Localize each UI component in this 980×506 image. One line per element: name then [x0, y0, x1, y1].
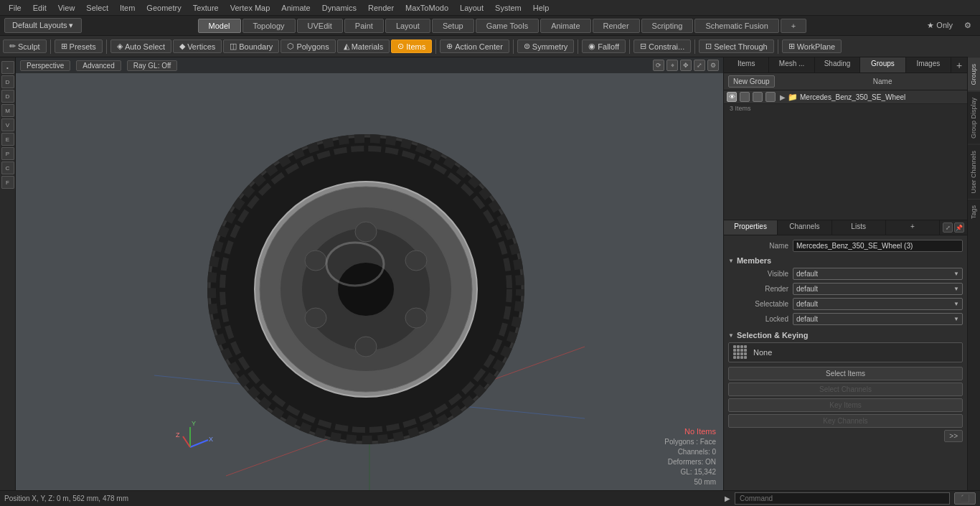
mode-tab-paint[interactable]: Paint: [344, 19, 384, 33]
perspective-btn[interactable]: Perspective: [20, 60, 70, 71]
layout-dropdown[interactable]: Default Layouts ▾: [4, 18, 82, 33]
mode-tab-setup[interactable]: Setup: [432, 19, 474, 33]
menu-dynamics[interactable]: Dynamics: [316, 2, 362, 14]
render-dropdown[interactable]: default ▼: [793, 283, 963, 295]
menu-help[interactable]: Help: [527, 2, 555, 14]
visible-arrow: ▼: [953, 271, 959, 277]
key-channels-button[interactable]: Key Channels: [728, 414, 963, 428]
menu-select[interactable]: Select: [80, 2, 114, 14]
group-expand-icon[interactable]: ▶: [780, 93, 786, 101]
ptab-add[interactable]: +: [886, 220, 940, 235]
presets-button[interactable]: ⊞ Presets: [55, 39, 103, 53]
settings-icon[interactable]: ⚙: [960, 19, 976, 32]
vis-toggle-lock[interactable]: [765, 92, 776, 102]
select-items-button[interactable]: Select Items: [728, 367, 963, 380]
ls-btn-7[interactable]: C: [1, 161, 14, 174]
rptab-add[interactable]: +: [951, 57, 967, 72]
ptab-lists[interactable]: Lists: [832, 220, 886, 235]
select-channels-button[interactable]: Select Channels: [728, 383, 963, 396]
actioncenter-button[interactable]: ⊕ Action Center: [440, 39, 509, 53]
rptab-shading[interactable]: Shading: [815, 57, 860, 72]
ls-btn-3[interactable]: M: [1, 104, 14, 117]
vis-toggle-ref[interactable]: [753, 92, 763, 102]
polygons-button[interactable]: ⬡ Polygons: [281, 39, 335, 53]
ptab-channels[interactable]: Channels: [778, 220, 831, 235]
mode-tab-uvedit[interactable]: UVEdit: [297, 19, 343, 33]
new-group-button[interactable]: New Group: [728, 75, 775, 88]
sculpt-button[interactable]: ✏ Sculpt: [3, 39, 47, 53]
vp-icon-fit[interactable]: ⤢: [694, 60, 705, 71]
menu-animate[interactable]: Animate: [275, 2, 316, 14]
locked-dropdown[interactable]: default ▼: [793, 313, 963, 325]
menu-view[interactable]: View: [52, 2, 81, 14]
sk-expand-button[interactable]: >>: [944, 430, 963, 442]
raygl-btn[interactable]: Ray GL: Off: [127, 60, 178, 71]
ls-btn-1[interactable]: D: [1, 75, 14, 88]
no-items-text: No Items: [664, 426, 716, 437]
vp-icon-zoom[interactable]: ⌖: [666, 60, 678, 71]
menu-file[interactable]: File: [3, 2, 27, 14]
vis-toggle-eye[interactable]: 👁: [727, 92, 737, 102]
advanced-btn[interactable]: Advanced: [76, 60, 121, 71]
rs-tab-groupdisplay[interactable]: Group Display: [968, 91, 980, 144]
command-run-button[interactable]: ⬛: [954, 492, 976, 505]
rptab-groups[interactable]: Groups: [860, 57, 905, 72]
menu-layout[interactable]: Layout: [454, 2, 489, 14]
selectable-dropdown[interactable]: default ▼: [793, 298, 963, 310]
falloff-button[interactable]: ◉ Falloff: [582, 39, 626, 53]
mode-tab-scripting[interactable]: Scripting: [641, 19, 694, 33]
rptab-images[interactable]: Images: [906, 57, 951, 72]
rs-tab-userchannels[interactable]: User Channels: [968, 144, 980, 200]
vp-icon-rotate[interactable]: ⟳: [653, 60, 664, 71]
rs-tab-tags[interactable]: Tags: [968, 199, 980, 225]
props-tab-icons: ⤢ 📌: [940, 220, 967, 235]
vertices-button[interactable]: ◆ Vertices: [173, 39, 222, 53]
toolbar-separator-4: [513, 39, 514, 54]
menu-geometry[interactable]: Geometry: [141, 2, 187, 14]
vp-icon-pan[interactable]: ✥: [680, 60, 692, 71]
command-input[interactable]: [735, 492, 950, 505]
materials-button[interactable]: ◭ Materials: [337, 39, 390, 53]
mode-tab-render[interactable]: Render: [593, 19, 640, 33]
ptab-properties[interactable]: Properties: [724, 220, 778, 235]
mode-tab-gametools[interactable]: Game Tools: [476, 19, 540, 33]
menu-maxtomodo[interactable]: MaxToModo: [400, 2, 454, 14]
ls-btn-2[interactable]: D: [1, 90, 14, 103]
boundary-button[interactable]: ◫ Boundary: [223, 39, 279, 53]
menu-item[interactable]: Item: [114, 2, 141, 14]
ls-btn-6[interactable]: P: [1, 147, 14, 160]
ls-btn-5[interactable]: E: [1, 133, 14, 146]
visible-dropdown[interactable]: default ▼: [793, 268, 963, 280]
ls-btn-4[interactable]: V: [1, 118, 14, 131]
vis-toggle-render[interactable]: [740, 92, 750, 102]
menu-system[interactable]: System: [489, 2, 527, 14]
items-button[interactable]: ⊙ Items: [391, 39, 432, 53]
vp-icon-settings[interactable]: ⚙: [707, 60, 719, 71]
props-expand-icon[interactable]: ⤢: [943, 222, 953, 233]
mode-tab-schematic[interactable]: Schematic Fusion: [694, 19, 778, 33]
ls-btn-8[interactable]: F: [1, 176, 14, 189]
menu-edit[interactable]: Edit: [27, 2, 52, 14]
symmetry-button[interactable]: ⊜ Symmetry: [517, 39, 575, 53]
mode-tab-add[interactable]: +: [781, 19, 806, 33]
constrain-button[interactable]: ⊟ Constrai...: [633, 39, 691, 53]
menu-vertexmap[interactable]: Vertex Map: [225, 2, 276, 14]
mode-tab-topology[interactable]: Topology: [242, 19, 296, 33]
sculpt-icon: ✏: [9, 42, 16, 51]
mode-tab-model[interactable]: Model: [198, 19, 241, 33]
wheel-svg: X Y Z: [154, 74, 585, 490]
menu-render[interactable]: Render: [362, 2, 400, 14]
props-pin-icon[interactable]: 📌: [954, 222, 964, 233]
autoselect-button[interactable]: ◈ Auto Select: [110, 39, 171, 53]
workplane-button[interactable]: ⊞ WorkPlane: [782, 39, 842, 53]
viewport[interactable]: Perspective Advanced Ray GL: Off ⟳ ⌖ ✥ ⤢…: [16, 57, 723, 490]
key-items-button[interactable]: Key Items: [728, 398, 963, 412]
mode-tab-layout[interactable]: Layout: [385, 19, 430, 33]
menu-texture[interactable]: Texture: [187, 2, 225, 14]
name-input[interactable]: [793, 240, 963, 252]
rptab-mesh[interactable]: Mesh ...: [769, 57, 814, 72]
rs-tab-groups[interactable]: Groups: [968, 57, 980, 91]
selectthrough-button[interactable]: ⊡ Select Through: [699, 39, 773, 53]
mode-tab-animate[interactable]: Animate: [540, 19, 590, 33]
rptab-items[interactable]: Items: [724, 57, 769, 72]
